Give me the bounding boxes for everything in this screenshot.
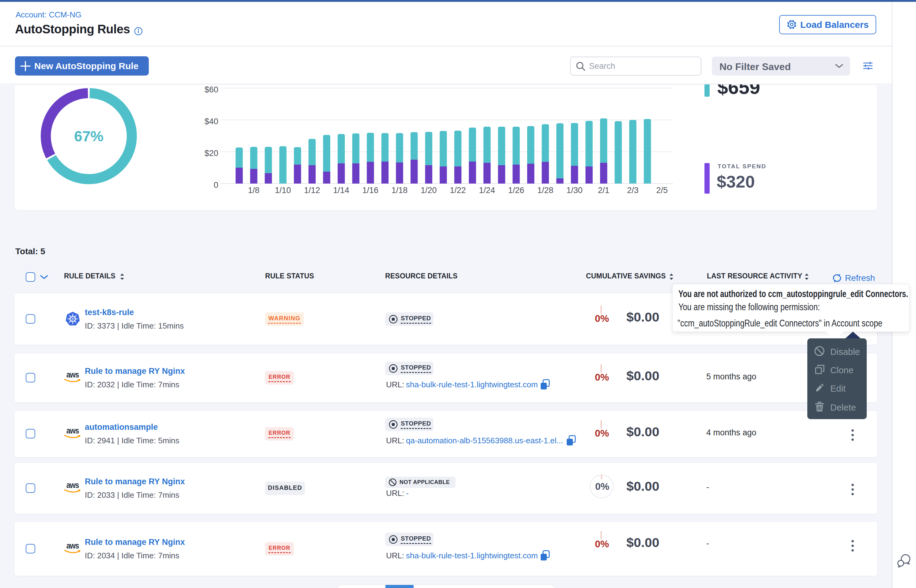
svg-text:1/14: 1/14 (333, 186, 349, 195)
svg-text:1/18: 1/18 (392, 186, 408, 195)
svg-text:1/8: 1/8 (248, 186, 260, 195)
svg-text:0: 0 (214, 181, 218, 190)
svg-text:2/5: 2/5 (656, 186, 668, 195)
svg-text:1/12: 1/12 (304, 186, 320, 195)
svg-text:$40: $40 (204, 117, 218, 126)
svg-text:1/16: 1/16 (362, 186, 379, 195)
svg-text:1/28: 1/28 (537, 186, 553, 195)
svg-text:$20: $20 (204, 149, 218, 158)
svg-text:67%: 67% (74, 128, 104, 144)
svg-text:$60: $60 (204, 85, 218, 94)
svg-text:2/3: 2/3 (627, 186, 639, 195)
svg-text:1/10: 1/10 (275, 186, 291, 195)
svg-text:1/22: 1/22 (450, 186, 466, 195)
svg-text:1/24: 1/24 (479, 186, 495, 195)
svg-text:1/26: 1/26 (508, 186, 524, 195)
svg-text:2/1: 2/1 (598, 186, 610, 195)
svg-text:1/30: 1/30 (566, 186, 583, 195)
svg-text:1/20: 1/20 (421, 186, 437, 195)
